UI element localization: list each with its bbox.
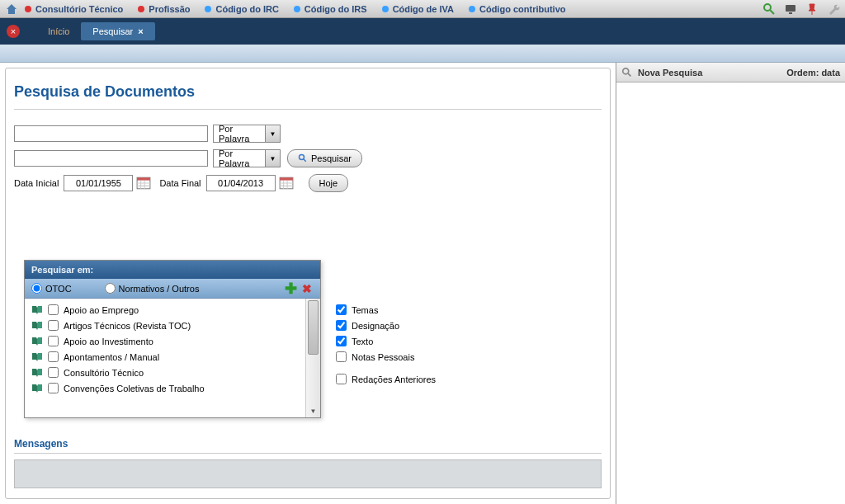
list-item[interactable]: Artigos Técnicos (Revista TOC) (25, 318, 305, 333)
dot-icon (25, 6, 31, 12)
menu-codigo-irs[interactable]: Código do IRS (294, 4, 367, 14)
checkbox[interactable] (48, 336, 59, 346)
tab-bar: × Início Pesquisar× (0, 18, 845, 45)
home-icon[interactable] (5, 2, 18, 16)
radio-label: Normativos / Outros (119, 284, 200, 294)
chevron-down-icon[interactable]: ▼ (265, 125, 280, 142)
book-icon (31, 384, 43, 393)
book-icon (31, 368, 43, 378)
svg-rect-2 (786, 5, 795, 12)
search-mode-2-select[interactable]: Por Palavra ▼ (213, 149, 281, 167)
radio-label: OTOC (45, 284, 72, 294)
list-item[interactable]: Convenções Coletivas de Trabalho (25, 380, 305, 396)
select-value: Por Palavra (214, 148, 265, 168)
header-strip (0, 45, 845, 63)
svg-rect-7 (138, 177, 151, 180)
item-label: Convenções Coletivas de Trabalho (64, 384, 205, 393)
wrench-icon[interactable] (827, 2, 840, 16)
date-start-input[interactable] (64, 175, 133, 191)
search-icon (621, 67, 633, 78)
list-item[interactable]: Apoio ao Investimento (25, 333, 305, 349)
tab-pesquisar[interactable]: Pesquisar× (81, 22, 154, 40)
check-redacoes[interactable]: Redações Anteriores (336, 374, 436, 384)
checkbox[interactable] (48, 304, 59, 315)
check-notas[interactable]: Notas Pessoais (336, 351, 436, 362)
svg-line-19 (628, 73, 631, 76)
button-label: Hoje (319, 178, 338, 188)
chevron-down-icon[interactable]: ▼ (306, 404, 320, 417)
menu-codigo-irc[interactable]: Código do IRC (205, 4, 278, 14)
checkbox[interactable] (48, 351, 59, 362)
date-end-label: Data Final (159, 178, 201, 188)
book-icon (31, 337, 43, 346)
checkbox[interactable] (336, 351, 347, 362)
chevron-down-icon[interactable]: ▼ (265, 150, 280, 167)
checkbox[interactable] (336, 374, 347, 384)
check-designacao[interactable]: Designação (336, 320, 436, 331)
today-button[interactable]: Hoje (309, 174, 349, 192)
side-title: Nova Pesquisa (638, 68, 702, 78)
tab-inicio[interactable]: Início (36, 22, 81, 40)
radio-input[interactable] (105, 283, 116, 294)
search-in-panel: Pesquisar em: OTOC Normativos / Outros ✚… (24, 260, 321, 418)
check-label: Redações Anteriores (352, 374, 436, 384)
check-temas[interactable]: Temas (336, 304, 436, 315)
menu-label: Código de IVA (393, 4, 454, 14)
svg-line-5 (304, 159, 306, 162)
radio-input[interactable] (31, 283, 42, 294)
book-icon (31, 305, 43, 315)
scope-checkboxes: Temas Designação Texto Notas Pessoais Re… (336, 304, 436, 389)
category-list: Apoio ao Emprego Artigos Técnicos (Revis… (25, 299, 305, 417)
check-texto[interactable]: Texto (336, 336, 436, 346)
scrollbar-thumb[interactable] (308, 300, 319, 355)
checkbox[interactable] (336, 320, 347, 331)
list-item[interactable]: Consultório Técnico (25, 365, 305, 380)
search-term-2-input[interactable] (14, 150, 208, 167)
date-end-input[interactable] (206, 175, 276, 191)
checkbox[interactable] (48, 367, 59, 378)
delete-icon[interactable]: ✖ (300, 282, 314, 295)
search-term-1-input[interactable] (14, 125, 208, 142)
radio-normativos[interactable]: Normativos / Outros (105, 283, 200, 294)
monitor-icon[interactable] (784, 2, 797, 16)
svg-rect-13 (280, 177, 293, 180)
item-label: Apoio ao Emprego (64, 305, 139, 315)
plus-icon[interactable]: ✚ (284, 282, 297, 295)
dot-icon (138, 6, 144, 12)
checkbox[interactable] (336, 336, 347, 346)
menu-codigo-iva[interactable]: Código de IVA (382, 4, 454, 14)
item-label: Artigos Técnicos (Revista TOC) (64, 321, 191, 331)
menu-codigo-contributivo[interactable]: Código contributivo (469, 4, 565, 14)
menu-label: Consultório Técnico (35, 4, 123, 14)
page-title: Pesquisa de Documentos (6, 68, 610, 109)
tab-label: Início (48, 26, 69, 36)
menu-profissao[interactable]: Profissão (138, 4, 190, 14)
calendar-icon[interactable] (279, 176, 294, 191)
pin-icon[interactable] (805, 2, 819, 16)
checkbox[interactable] (336, 304, 347, 315)
book-icon (31, 321, 43, 331)
list-item[interactable]: Apoio ao Emprego (25, 302, 305, 318)
menu-label: Código do IRS (304, 4, 367, 14)
list-item[interactable]: Apontamentos / Manual (25, 349, 305, 365)
scrollbar[interactable]: ▼ (305, 299, 320, 417)
checkbox[interactable] (48, 320, 59, 331)
radio-otoc[interactable]: OTOC (31, 283, 72, 294)
search-mode-1-select[interactable]: Por Palavra ▼ (213, 125, 281, 143)
calendar-icon[interactable] (136, 176, 151, 191)
panel-source-row: OTOC Normativos / Outros ✚ ✖ (25, 279, 320, 299)
menu-consultorio-tecnico[interactable]: Consultório Técnico (25, 4, 123, 14)
messages-area (14, 459, 602, 488)
close-icon[interactable]: × (138, 26, 143, 36)
search-icon (298, 153, 308, 163)
checkbox[interactable] (48, 383, 59, 393)
search-button[interactable]: Pesquisar (287, 149, 362, 167)
close-all-icon[interactable]: × (7, 25, 20, 38)
side-order: Ordem: data (786, 68, 840, 78)
date-start-label: Data Inicial (14, 178, 59, 188)
svg-point-18 (623, 68, 629, 73)
top-menu-bar: Consultório Técnico Profissão Código do … (0, 0, 845, 18)
side-panel: Nova Pesquisa Ordem: data (616, 63, 845, 504)
search-icon[interactable] (762, 2, 776, 16)
side-panel-header: Nova Pesquisa Ordem: data (616, 63, 845, 82)
